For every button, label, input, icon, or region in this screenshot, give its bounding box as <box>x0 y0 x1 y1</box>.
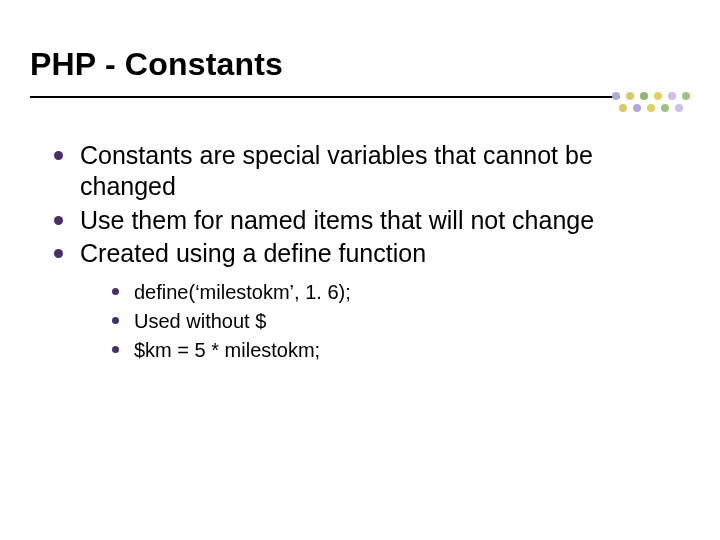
list-item: Use them for named items that will not c… <box>50 205 670 236</box>
dot-icon <box>626 92 634 100</box>
bullet-text: $km = 5 * milestokm; <box>134 339 320 361</box>
dot-icon <box>633 104 641 112</box>
sub-bullet-list: define(‘milestokm’, 1. 6); Used without … <box>80 279 670 364</box>
dot-icon <box>640 92 648 100</box>
dot-icon <box>619 104 627 112</box>
list-item: Created using a define function define(‘… <box>50 238 670 364</box>
list-item: $km = 5 * milestokm; <box>110 337 670 364</box>
slide-title: PHP - Constants <box>30 46 283 83</box>
decorative-dots <box>612 82 698 122</box>
bullet-text: Created using a define function <box>80 239 426 267</box>
slide: PHP - Constants Constants are special va… <box>0 0 720 540</box>
bullet-text: Used without $ <box>134 310 266 332</box>
dot-icon <box>661 104 669 112</box>
list-item: Constants are special variables that can… <box>50 140 670 203</box>
list-item: Used without $ <box>110 308 670 335</box>
dot-icon <box>612 92 620 100</box>
dot-icon <box>668 92 676 100</box>
bullet-text: define(‘milestokm’, 1. 6); <box>134 281 351 303</box>
title-underline <box>30 96 620 98</box>
dot-icon <box>675 104 683 112</box>
bullet-text: Use them for named items that will not c… <box>80 206 594 234</box>
slide-body: Constants are special variables that can… <box>50 140 670 366</box>
dot-icon <box>647 104 655 112</box>
list-item: define(‘milestokm’, 1. 6); <box>110 279 670 306</box>
dot-icon <box>682 92 690 100</box>
bullet-text: Constants are special variables that can… <box>80 141 593 200</box>
bullet-list: Constants are special variables that can… <box>50 140 670 364</box>
dot-icon <box>654 92 662 100</box>
